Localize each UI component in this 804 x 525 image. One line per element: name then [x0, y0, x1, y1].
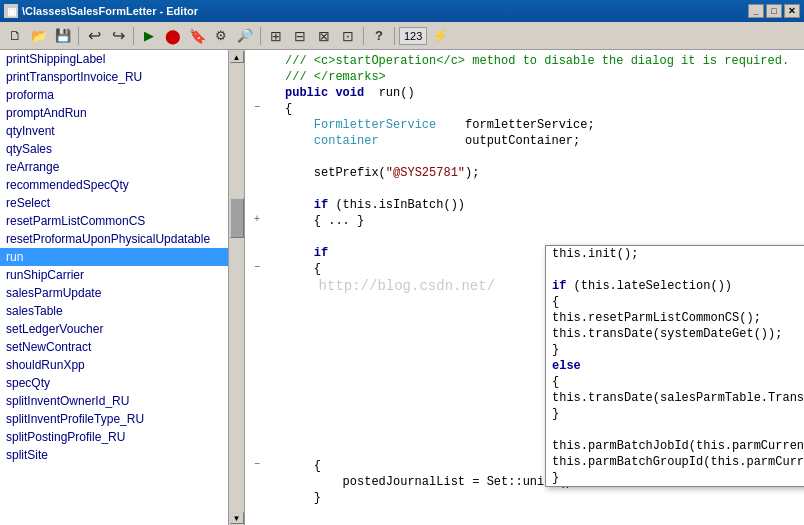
app-icon: ▣ — [4, 4, 18, 18]
sidebar-item-resetProforma[interactable]: resetProformaUponPhysicalUpdatable — [0, 230, 244, 248]
sidebar-item-reSelect[interactable]: reSelect — [0, 194, 244, 212]
sidebar-item-printTransportInvoice[interactable]: printTransportInvoice_RU — [0, 68, 244, 86]
ac-item[interactable]: this.parmBatchGroupId(this.parmCurrentBa… — [546, 454, 804, 470]
code-line: setPrefix("@SYS25781"); — [249, 166, 800, 182]
ac-item[interactable]: this.transDate(systemDateGet()); — [546, 326, 804, 342]
sidebar-scrollbar[interactable]: ▲ ▼ — [228, 50, 244, 525]
ac-item[interactable]: else — [546, 358, 804, 374]
save-file-button[interactable]: 💾 — [52, 25, 74, 47]
collapse-icon[interactable]: − — [249, 459, 265, 470]
ac-item[interactable]: this.transDate(salesParmTable.Transdate)… — [546, 390, 804, 406]
autocomplete-popup[interactable]: this.init(); if (this.lateSelection()) {… — [545, 245, 804, 487]
ac-item[interactable]: this.init(); — [546, 246, 804, 262]
code-text: setPrefix("@SYS25781"); — [285, 166, 800, 180]
code-line: /// <c>startOperation</c> method to disa… — [249, 54, 800, 70]
code-line — [249, 150, 800, 166]
maximize-button[interactable]: □ — [766, 4, 782, 18]
ac-item[interactable] — [546, 422, 804, 438]
code-line: FormletterService formletterService; — [249, 118, 800, 134]
sep2 — [133, 27, 134, 45]
code-line: } — [249, 491, 800, 507]
code-line — [249, 182, 800, 198]
collapse-icon[interactable]: − — [249, 262, 265, 273]
redo-button[interactable]: ↪ — [107, 25, 129, 47]
sidebar-item-recommendedSpecQty[interactable]: recommendedSpecQty — [0, 176, 244, 194]
find-button[interactable]: 🔎 — [234, 25, 256, 47]
sidebar-item-run[interactable]: run — [0, 248, 244, 266]
code-text: /// <c>startOperation</c> method to disa… — [285, 54, 800, 68]
ac-item[interactable]: } — [546, 342, 804, 358]
sidebar-item-splitPostingProfile[interactable]: splitPostingProfile_RU — [0, 428, 244, 446]
code-text: FormletterService formletterService; — [285, 118, 800, 132]
scroll-down-button[interactable]: ▼ — [230, 512, 244, 524]
collapse-icon[interactable]: + — [249, 214, 265, 225]
sidebar-item-specQty[interactable]: specQty — [0, 374, 244, 392]
run-button[interactable]: ▶ — [138, 25, 160, 47]
open-file-button[interactable]: 📂 — [28, 25, 50, 47]
new-file-button[interactable]: 🗋 — [4, 25, 26, 47]
ac-item[interactable]: this.resetParmListCommonCS(); — [546, 310, 804, 326]
sidebar-item-splitSite[interactable]: splitSite — [0, 446, 244, 464]
ac-item[interactable]: } — [546, 406, 804, 422]
sep4 — [363, 27, 364, 45]
sidebar-item-qtyInvent[interactable]: qtyInvent — [0, 122, 244, 140]
export-button[interactable]: ⊠ — [313, 25, 335, 47]
help-button[interactable]: ? — [368, 25, 390, 47]
bookmark-button[interactable]: 🔖 — [186, 25, 208, 47]
build-button[interactable]: ⚙ — [210, 25, 232, 47]
code-line: container outputContainer; — [249, 134, 800, 150]
code-text: /// </remarks> — [285, 70, 800, 84]
title-bar-buttons[interactable]: _ □ ✕ — [748, 4, 800, 18]
sep1 — [78, 27, 79, 45]
sidebar-item-shouldRunXpp[interactable]: shouldRunXpp — [0, 356, 244, 374]
sidebar-item-reArrange[interactable]: reArrange — [0, 158, 244, 176]
code-line: public void run() — [249, 86, 800, 102]
code-text: { — [285, 102, 800, 116]
sidebar-item-printShippingLabel[interactable]: printShippingLabel — [0, 50, 244, 68]
sidebar-scroll[interactable]: printShippingLabel printTransportInvoice… — [0, 50, 244, 525]
code-text: container outputContainer; — [285, 134, 800, 148]
collapse-icon[interactable]: − — [249, 102, 265, 113]
sep3 — [260, 27, 261, 45]
code-line: + { ... } — [249, 214, 800, 230]
import-button[interactable]: ⊡ — [337, 25, 359, 47]
scroll-thumb[interactable] — [230, 198, 244, 238]
code-line: /// </remarks> — [249, 70, 800, 86]
code-line: if (this.isInBatch()) — [249, 198, 800, 214]
code-text — [285, 150, 800, 164]
code-text: public void run() — [285, 86, 800, 100]
code-line: − { — [249, 102, 800, 118]
undo-button[interactable]: ↩ — [83, 25, 105, 47]
ac-item[interactable]: if (this.lateSelection()) — [546, 278, 804, 294]
scroll-up-button[interactable]: ▲ — [230, 51, 244, 63]
ac-item[interactable]: } — [546, 470, 804, 486]
sidebar-item-proforma[interactable]: proforma — [0, 86, 244, 104]
sidebar-item-salesParmUpdate[interactable]: salesParmUpdate — [0, 284, 244, 302]
sidebar-item-splitInventOwnerId[interactable]: splitInventOwnerId_RU — [0, 392, 244, 410]
minimize-button[interactable]: _ — [748, 4, 764, 18]
sidebar-item-qtySales[interactable]: qtySales — [0, 140, 244, 158]
title-bar: ▣ \Classes\SalesFormLetter - Editor _ □ … — [0, 0, 804, 22]
title-bar-left: ▣ \Classes\SalesFormLetter - Editor — [4, 4, 198, 18]
close-button[interactable]: ✕ — [784, 4, 800, 18]
sidebar-item-promptAndRun[interactable]: promptAndRun — [0, 104, 244, 122]
extra-button[interactable]: ⚡ — [429, 25, 451, 47]
ac-item[interactable]: this.parmBatchJobId(this.parmCurrentBatc… — [546, 438, 804, 454]
ac-item[interactable]: { — [546, 374, 804, 390]
sidebar-item-splitInventProfileType[interactable]: splitInventProfileType_RU — [0, 410, 244, 428]
stop-button[interactable]: ⬤ — [162, 25, 184, 47]
code-line — [249, 230, 800, 246]
editor-area[interactable]: /// <c>startOperation</c> method to disa… — [245, 50, 804, 525]
compare-button[interactable]: ⊟ — [289, 25, 311, 47]
sidebar-item-setLedgerVoucher[interactable]: setLedgerVoucher — [0, 320, 244, 338]
toolbar: 🗋 📂 💾 ↩ ↪ ▶ ⬤ 🔖 ⚙ 🔎 ⊞ ⊟ ⊠ ⊡ ? 123 ⚡ — [0, 22, 804, 50]
sidebar-item-runShipCarrier[interactable]: runShipCarrier — [0, 266, 244, 284]
ac-item[interactable] — [546, 262, 804, 278]
filter-button[interactable]: ⊞ — [265, 25, 287, 47]
sidebar-item-resetParmListCommonCS[interactable]: resetParmListCommonCS — [0, 212, 244, 230]
ac-item[interactable]: { — [546, 294, 804, 310]
sidebar-item-setNewContract[interactable]: setNewContract — [0, 338, 244, 356]
sidebar-item-salesTable[interactable]: salesTable — [0, 302, 244, 320]
code-text: } — [285, 491, 800, 505]
scroll-track — [230, 63, 244, 512]
